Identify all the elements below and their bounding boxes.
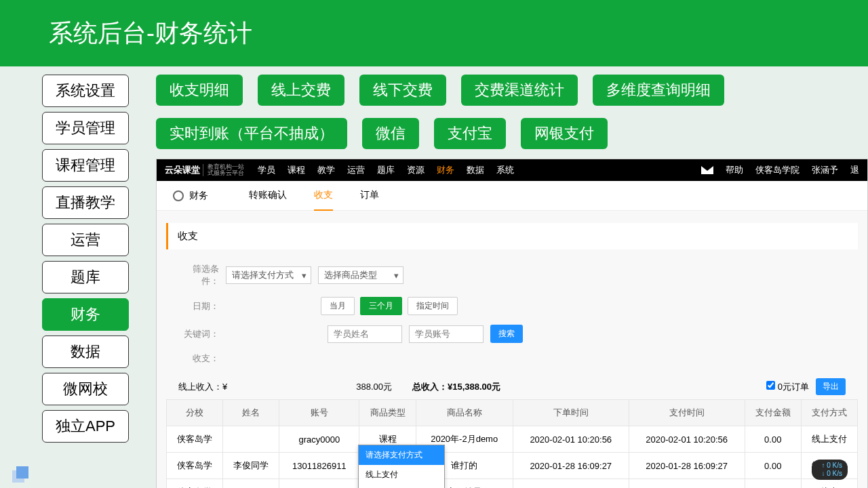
feature-pill[interactable]: 收支明细: [156, 75, 243, 106]
section-title: 收支: [166, 223, 858, 249]
nav-item[interactable]: 学员: [258, 164, 275, 176]
online-income: 线上收入：¥: [178, 381, 227, 393]
nav-item[interactable]: 系统: [496, 164, 514, 176]
sidebar-item[interactable]: 题库: [42, 261, 129, 293]
sidebar: 系统设置学员管理课程管理直播教学运营题库财务数据微网校独立APP: [42, 75, 129, 488]
subnav-tabs: 转账确认收支订单: [249, 181, 379, 211]
name-input[interactable]: [328, 325, 402, 343]
school-name: 侠客岛学院: [755, 164, 800, 176]
sidebar-item[interactable]: 课程管理: [42, 149, 129, 182]
subnav-title: 财务: [173, 190, 208, 202]
date-range-button[interactable]: 三个月: [360, 297, 402, 315]
nav-item[interactable]: 财务: [437, 164, 454, 176]
total-income: 总收入：¥15,388.00元: [412, 381, 500, 393]
date-label: 日期：: [178, 300, 219, 312]
brand-logo: 云朵课堂 教育机构一站式服务云平台: [165, 164, 244, 176]
date-range-button[interactable]: 指定时间: [408, 297, 458, 315]
dropdown-option[interactable]: 请选择支付方式: [359, 445, 444, 465]
feature-pill[interactable]: 支付宝: [434, 118, 506, 149]
decoration-icon: [12, 466, 28, 483]
sidebar-item[interactable]: 直播教学: [42, 186, 129, 219]
sidebar-item[interactable]: 学员管理: [42, 112, 129, 144]
tab[interactable]: 订单: [360, 181, 379, 211]
feature-pill[interactable]: 线下交费: [359, 75, 446, 106]
speed-widget: ↑ 0 K/s↓ 0 K/s: [812, 460, 848, 480]
user-icon: [173, 190, 184, 201]
search-button[interactable]: 搜索: [490, 325, 523, 343]
summary-bar: 线上收入：¥ 388.00元 总收入：¥15,388.00元 0元订单 导出: [166, 374, 858, 399]
user-name[interactable]: 张涵予: [812, 164, 838, 176]
nav-item[interactable]: 资源: [407, 164, 425, 176]
tab[interactable]: 转账确认: [249, 181, 287, 211]
page-title: 系统后台-财务统计: [49, 17, 252, 50]
top-nav: 学员课程教学运营题库资源财务数据系统: [258, 164, 514, 176]
nav-item[interactable]: 数据: [467, 164, 484, 176]
pay-method-select[interactable]: 请选择支付方式: [226, 266, 311, 284]
sidebar-item[interactable]: 财务: [42, 298, 129, 331]
feature-pill[interactable]: 交费渠道统计: [461, 75, 578, 106]
feature-pill[interactable]: 实时到账（平台不抽成）: [156, 118, 347, 149]
tab[interactable]: 收支: [314, 181, 333, 211]
topbar-right: 帮助 侠客岛学院 张涵予 退: [701, 164, 859, 176]
sidebar-item[interactable]: 微网校: [42, 373, 129, 405]
nav-item[interactable]: 课程: [288, 164, 305, 176]
main: 系统设置学员管理课程管理直播教学运营题库财务数据微网校独立APP 收支明细线上交…: [0, 66, 868, 488]
account-input[interactable]: [409, 325, 484, 343]
sidebar-item[interactable]: 运营: [42, 224, 129, 256]
sub-nav: 财务 转账确认收支订单: [157, 181, 867, 211]
filters: 筛选条件： 请选择支付方式 选择商品类型 日期： 当月三个月指定时间 关键词： …: [166, 263, 858, 365]
table-row[interactable]: 侠客岛学gracy0000课程2020年-2月demo2020-02-01 10…: [167, 426, 858, 453]
content: 收支明细线上交费线下交费交费渠道统计多维度查询明细实时到账（平台不抽成）微信支付…: [129, 75, 868, 488]
embedded-app: 云朵课堂 教育机构一站式服务云平台 学员课程教学运营题库资源财务数据系统 帮助 …: [156, 159, 868, 488]
mail-icon[interactable]: [701, 166, 713, 174]
logout-link[interactable]: 退: [850, 164, 859, 176]
zero-order-checkbox[interactable]: 0元订单: [766, 381, 809, 393]
feature-pill[interactable]: 多维度查询明细: [593, 75, 724, 106]
pay-method-dropdown[interactable]: 请选择支付方式线上支付线下支付首信易微信平台微信APP支付宝平台支付宝网银个人支…: [358, 445, 445, 488]
feature-pill[interactable]: 微信: [362, 118, 419, 149]
feature-pill[interactable]: 网银支付: [521, 118, 608, 149]
dropdown-option[interactable]: 线下支付: [359, 485, 444, 488]
app-body: 收支 筛选条件： 请选择支付方式 选择商品类型 日期： 当月三个月指定时间 关键…: [157, 211, 867, 488]
nav-item[interactable]: 教学: [317, 164, 335, 176]
table-header: 分校姓名账号商品类型商品名称下单时间支付时间支付金额支付方式: [167, 400, 858, 426]
table-row[interactable]: 侠客岛学李俊同学13011826911课程谁打的2020-01-28 16:09…: [167, 453, 858, 479]
sidebar-item[interactable]: 数据: [42, 336, 129, 368]
filter-label: 筛选条件：: [178, 263, 219, 287]
help-link[interactable]: 帮助: [726, 164, 743, 176]
feature-pill[interactable]: 线上交费: [258, 75, 344, 106]
balance-label: 收支：: [178, 352, 219, 365]
dropdown-option[interactable]: 线上支付: [359, 465, 444, 485]
table-row[interactable]: 侠客岛学wdet课程寒假辅导2020-01-28 16:01:172020-01…: [167, 479, 858, 489]
keyword-label: 关键词：: [178, 328, 219, 340]
export-button[interactable]: 导出: [816, 378, 846, 395]
sidebar-item[interactable]: 系统设置: [42, 75, 129, 107]
date-range-button[interactable]: 当月: [321, 297, 355, 315]
sidebar-item[interactable]: 独立APP: [42, 410, 129, 443]
pill-row: 收支明细线上交费线下交费交费渠道统计多维度查询明细实时到账（平台不抽成）微信支付…: [156, 75, 868, 149]
app-topbar: 云朵课堂 教育机构一站式服务云平台 学员课程教学运营题库资源财务数据系统 帮助 …: [157, 159, 867, 181]
product-type-select[interactable]: 选择商品类型: [318, 266, 403, 284]
nav-item[interactable]: 题库: [377, 164, 395, 176]
data-table: 分校姓名账号商品类型商品名称下单时间支付时间支付金额支付方式 侠客岛学gracy…: [166, 399, 858, 488]
nav-item[interactable]: 运营: [347, 164, 365, 176]
page-header: 系统后台-财务统计: [0, 0, 868, 66]
